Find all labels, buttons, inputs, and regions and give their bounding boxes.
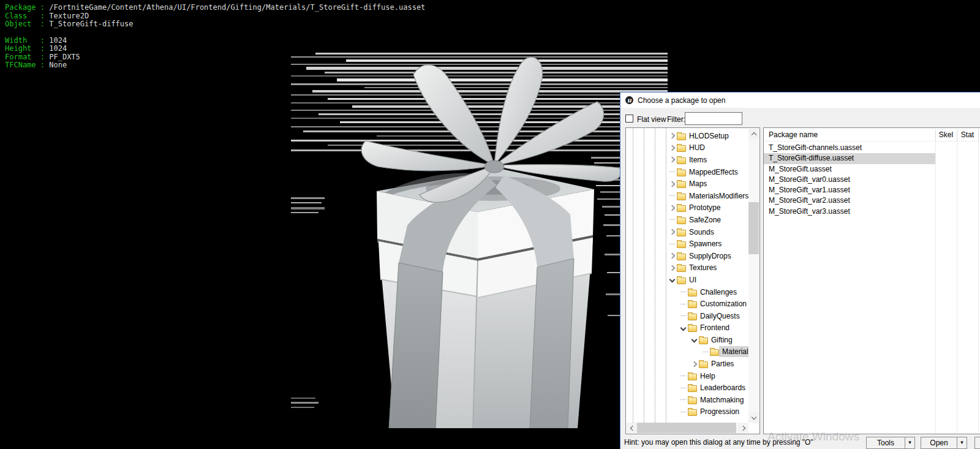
column-header-skel[interactable]: Skel xyxy=(935,130,957,139)
tools-dropdown-arrow-icon[interactable]: ▼ xyxy=(905,437,914,448)
info-line: Class : Texture2D xyxy=(5,12,425,21)
horizontal-scroll-thumb[interactable] xyxy=(637,423,736,433)
tree-item-gifting[interactable]: Gifting xyxy=(626,334,748,346)
tree-item-textures[interactable]: Textures xyxy=(626,262,748,274)
folder-icon xyxy=(688,290,697,296)
column-header-package-name[interactable]: Package name xyxy=(769,130,818,139)
tree-item-challenges[interactable]: Challenges xyxy=(626,286,748,298)
chevron-right-icon[interactable] xyxy=(669,205,676,211)
tree-item-mappedeffects[interactable]: MappedEffects xyxy=(626,166,748,178)
package-tree-panel: HLODSetupHUDItemsMappedEffectsMapsMateri… xyxy=(625,127,760,434)
chevron-down-icon[interactable] xyxy=(692,337,698,343)
tools-button[interactable]: Tools ▼ xyxy=(866,437,915,449)
package-name: T_StoreGift-diffuse.uasset xyxy=(764,153,935,164)
folder-icon xyxy=(677,181,686,188)
tree-item-materialsmodifiers[interactable]: MaterialsModifiers xyxy=(626,190,748,202)
scroll-down-button[interactable] xyxy=(748,412,759,423)
tree-item-label: SafeZone xyxy=(686,214,748,225)
package-name: M_StoreGift_var0.uasset xyxy=(764,175,850,185)
tree-connector xyxy=(680,388,686,388)
package-row[interactable]: T_StoreGift-diffuse.uasset xyxy=(764,153,980,164)
chevron-right-icon[interactable] xyxy=(669,253,676,259)
info-line: Object : T_StoreGift-diffuse xyxy=(5,20,425,29)
tree-item-label: Items xyxy=(686,154,748,165)
info-line: Package : /FortniteGame/Content/Athena/U… xyxy=(5,4,425,12)
info-line: Height : 1024 xyxy=(5,45,425,53)
folder-icon xyxy=(677,205,686,212)
tree-item-matchmaking[interactable]: Matchmaking xyxy=(626,394,748,406)
tree-horizontal-scrollbar[interactable] xyxy=(627,423,748,433)
folder-icon xyxy=(710,349,719,356)
tree-item-leaderboards[interactable]: Leaderboards xyxy=(626,382,748,394)
column-header-stat[interactable]: Stat xyxy=(957,130,978,139)
tree-item-frontend[interactable]: Frontend xyxy=(626,322,748,334)
chevron-right-icon[interactable] xyxy=(669,157,676,163)
umodel-logo-icon: u xyxy=(625,96,633,104)
package-row[interactable]: M_StoreGift_var1.uasset xyxy=(764,185,980,195)
tree-item-spawners[interactable]: Spawners xyxy=(626,238,748,250)
folder-icon xyxy=(677,265,686,272)
folder-icon xyxy=(677,277,686,284)
flat-view-checkbox[interactable] xyxy=(625,115,633,123)
tree-item-supplydrops[interactable]: SupplyDrops xyxy=(626,250,748,262)
tree-connector xyxy=(703,352,708,352)
tree-item-dailyquests[interactable]: DailyQuests xyxy=(626,310,748,322)
package-name: M_StoreGift.uasset xyxy=(764,164,832,175)
chevron-right-icon[interactable] xyxy=(669,229,676,235)
scroll-left-button[interactable] xyxy=(627,423,637,433)
package-row[interactable]: M_StoreGift_var0.uasset xyxy=(764,175,980,185)
chevron-down-icon[interactable] xyxy=(669,277,676,283)
open-button[interactable]: Open ▼ xyxy=(921,437,967,449)
tree-item-help[interactable]: Help xyxy=(626,370,748,382)
tree-item-sounds[interactable]: Sounds xyxy=(626,226,748,238)
package-row[interactable]: M_StoreGift_var2.uasset xyxy=(764,195,980,206)
tree-item-ui[interactable]: UI xyxy=(626,274,748,286)
tree-item-label: DailyQuests xyxy=(697,311,748,322)
folder-icon xyxy=(688,301,697,308)
column-separator xyxy=(957,129,957,141)
tree-item-parties[interactable]: Parties xyxy=(626,358,748,370)
chevron-right-icon[interactable] xyxy=(669,145,676,151)
chevron-right-icon[interactable] xyxy=(669,133,676,139)
tree-item-label: Leaderboards xyxy=(697,382,748,393)
dialog-title: Choose a package to open xyxy=(638,96,725,105)
chevron-right-icon[interactable] xyxy=(669,181,676,187)
partial-button[interactable] xyxy=(974,437,980,449)
filter-input[interactable] xyxy=(685,112,742,125)
folder-icon xyxy=(688,398,697,404)
info-section: Width : 1024Height : 1024Format : PF_DXT… xyxy=(5,37,425,70)
tree-vertical-scrollbar[interactable] xyxy=(748,129,759,423)
info-section: Package : /FortniteGame/Content/Athena/U… xyxy=(5,4,425,29)
tree-item-label: Prototype xyxy=(686,202,748,213)
tree-item-maps[interactable]: Maps xyxy=(626,178,748,190)
dialog-title-bar[interactable]: u Choose a package to open xyxy=(620,92,980,108)
folder-icon xyxy=(688,409,697,416)
folder-icon xyxy=(677,217,686,224)
tree-item-prototype[interactable]: Prototype xyxy=(626,202,748,214)
package-row[interactable]: M_StoreGift_var3.uasset xyxy=(764,206,980,217)
texture-preview-gift-box xyxy=(291,51,668,428)
scroll-right-button[interactable] xyxy=(738,423,748,433)
tree-item-items[interactable]: Items xyxy=(626,154,748,166)
tree-item-materials[interactable]: Materials xyxy=(626,346,748,358)
tree-item-progression[interactable]: Progression xyxy=(626,406,748,418)
package-name: M_StoreGift_var2.uasset xyxy=(764,195,850,206)
tree-item-hlodsetup[interactable]: HLODSetup xyxy=(626,130,748,142)
folder-icon xyxy=(677,194,686,200)
chevron-right-icon[interactable] xyxy=(669,265,676,271)
chevron-down-icon[interactable] xyxy=(680,325,687,331)
tree-item-safezone[interactable]: SafeZone xyxy=(626,214,748,226)
package-row[interactable]: M_StoreGift.uasset xyxy=(764,164,980,175)
texture-info-panel: Package : /FortniteGame/Content/Athena/U… xyxy=(5,4,425,70)
tree-item-label: HUD xyxy=(686,142,748,153)
chevron-right-icon[interactable] xyxy=(692,361,698,367)
open-dropdown-arrow-icon[interactable]: ▼ xyxy=(957,437,967,448)
tree-item-customization[interactable]: Customization xyxy=(626,298,748,310)
umodel-viewer: { "colors":{"label_green":"#1dc31d","val… xyxy=(0,0,980,449)
folder-icon xyxy=(677,230,686,236)
vertical-scroll-thumb[interactable] xyxy=(748,202,759,254)
scroll-up-button[interactable] xyxy=(748,129,759,139)
package-row[interactable]: T_StoreGift-channels.uasset xyxy=(764,143,980,153)
tree-item-hud[interactable]: HUD xyxy=(626,142,748,154)
tree-item-label: Frontend xyxy=(697,322,748,333)
